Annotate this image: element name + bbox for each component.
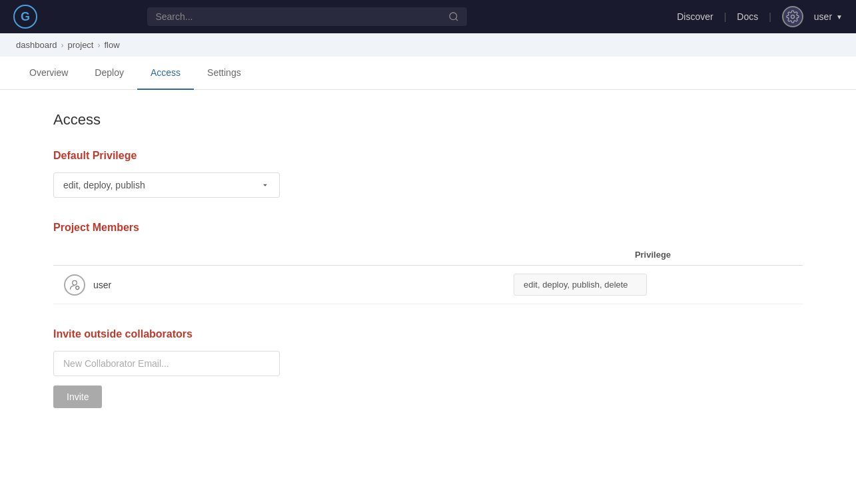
default-privilege-title: Default Privilege xyxy=(53,150,803,162)
top-navigation: G Discover | Docs | user ▼ xyxy=(0,0,856,33)
invite-button[interactable]: Invite xyxy=(53,385,102,408)
page-title: Access xyxy=(53,111,803,128)
svg-point-0 xyxy=(450,13,457,20)
nav-divider: | xyxy=(724,11,727,22)
member-privilege-box[interactable]: edit, deploy, publish, delete xyxy=(514,274,647,296)
search-bar[interactable] xyxy=(147,7,467,26)
breadcrumb-flow[interactable]: flow xyxy=(104,40,119,50)
settings-icon xyxy=(786,10,799,23)
topnav-right: Discover | Docs | user ▼ xyxy=(677,6,843,27)
invite-section-title: Invite outside collaborators xyxy=(53,328,803,340)
tab-bar: Overview Deploy Access Settings xyxy=(0,57,856,90)
member-name: user xyxy=(93,280,111,290)
search-input[interactable] xyxy=(155,11,443,22)
breadcrumb-sep1: › xyxy=(61,41,63,50)
default-privilege-dropdown[interactable]: edit, deploy, publish xyxy=(53,172,280,198)
discover-link[interactable]: Discover xyxy=(677,11,713,22)
search-icon xyxy=(448,11,459,22)
nav-divider2: | xyxy=(769,11,771,22)
breadcrumb: dashboard › project › flow xyxy=(0,33,856,57)
member-info: user xyxy=(64,274,492,296)
member-privilege-cell: edit, deploy, publish, delete xyxy=(503,266,803,304)
members-table: Privilege xyxy=(53,244,803,304)
dropdown-chevron-icon xyxy=(260,180,270,190)
user-menu-label: user xyxy=(814,11,832,22)
invite-section: Invite outside collaborators Invite xyxy=(53,328,803,408)
default-privilege-section: Default Privilege edit, deploy, publish xyxy=(53,150,803,198)
breadcrumb-dashboard[interactable]: dashboard xyxy=(16,40,57,50)
breadcrumb-sep2: › xyxy=(97,41,100,50)
app-logo[interactable]: G xyxy=(13,5,37,29)
tab-access[interactable]: Access xyxy=(137,57,194,90)
project-members-section: Project Members Privilege xyxy=(53,222,803,304)
tab-overview[interactable]: Overview xyxy=(16,57,81,90)
members-privilege-col-header: Privilege xyxy=(503,244,803,266)
svg-point-3 xyxy=(73,280,77,285)
default-privilege-value: edit, deploy, publish xyxy=(63,180,145,190)
user-menu[interactable]: user ▼ xyxy=(814,11,843,22)
table-row: user edit, deploy, publish, delete xyxy=(53,266,803,304)
main-content: Access Default Privilege edit, deploy, p… xyxy=(0,90,856,429)
avatar xyxy=(64,274,85,296)
members-name-col-header xyxy=(53,244,503,266)
user-settings-icon xyxy=(68,278,81,292)
chevron-down-icon: ▼ xyxy=(836,13,843,21)
collaborator-email-input[interactable] xyxy=(53,351,280,376)
svg-point-2 xyxy=(791,15,794,19)
member-cell: user xyxy=(53,266,503,304)
project-members-title: Project Members xyxy=(53,222,803,234)
svg-line-1 xyxy=(456,19,458,21)
user-avatar-icon xyxy=(782,6,803,27)
docs-link[interactable]: Docs xyxy=(737,11,758,22)
tab-deploy[interactable]: Deploy xyxy=(81,57,137,90)
tab-settings[interactable]: Settings xyxy=(194,57,254,90)
breadcrumb-project[interactable]: project xyxy=(67,40,93,50)
